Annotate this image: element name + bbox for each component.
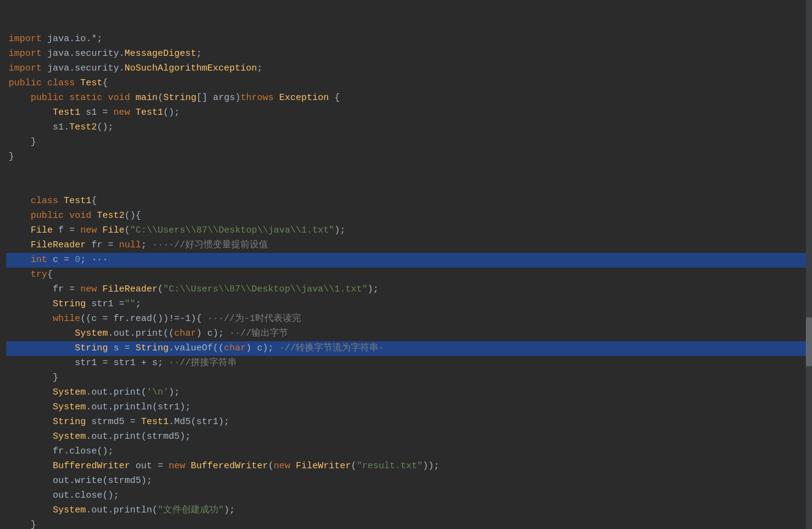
code-line: BufferedWriter out = new BufferedWriter(… bbox=[6, 459, 812, 474]
scrollbar[interactable] bbox=[806, 0, 812, 529]
code-line: public static void main(String[] args)th… bbox=[6, 91, 812, 106]
code-line: String str1 =""; bbox=[6, 297, 812, 312]
code-line: while((c = fr.read())!=-1){ ···//为-1时代表读… bbox=[6, 312, 812, 326]
code-line: } bbox=[6, 518, 812, 529]
code-line: s1.Test2(); bbox=[6, 120, 812, 135]
code-line: import java.io.*; bbox=[6, 32, 812, 47]
code-line: str1 = str1 + s; ··//拼接字符串 bbox=[6, 356, 812, 371]
code-line: String s = String.valueOf((char) c); ·//… bbox=[6, 341, 812, 356]
code-line bbox=[6, 164, 812, 179]
code-line: System.out.println("文件创建成功"); bbox=[6, 503, 812, 518]
code-line: System.out.println(str1); bbox=[6, 400, 812, 415]
code-line: fr.close(); bbox=[6, 444, 812, 459]
code-line: int c = 0; ··· bbox=[6, 253, 812, 268]
code-line: System.out.print((char) c); ··//输出字节 bbox=[6, 326, 812, 341]
code-line: File f = new File("C:\\Users\\87\\Deskto… bbox=[6, 223, 812, 238]
code-line: import java.security.MessageDigest; bbox=[6, 47, 812, 61]
code-line: class Test1{ bbox=[6, 194, 812, 209]
code-line: String strmd5 = Test1.Md5(str1); bbox=[6, 415, 812, 430]
code-line: import java.security.NoSuchAlgorithmExce… bbox=[6, 61, 812, 76]
scrollbar-thumb[interactable] bbox=[806, 317, 812, 366]
code-line: System.out.print('\n'); bbox=[6, 385, 812, 400]
code-line: public class Test{ bbox=[6, 76, 812, 91]
code-line: System.out.print(strmd5); bbox=[6, 430, 812, 444]
code-line: } bbox=[6, 371, 812, 385]
code-line: } bbox=[6, 135, 812, 150]
code-line: out.write(strmd5); bbox=[6, 474, 812, 488]
code-line: FileReader fr = null; ····//好习惯变量提前设值 bbox=[6, 238, 812, 253]
code-line: try{ bbox=[6, 268, 812, 282]
code-line: public void Test2(){ bbox=[6, 209, 812, 223]
code-line: Test1 s1 = new Test1(); bbox=[6, 106, 812, 120]
code-line bbox=[6, 179, 812, 194]
code-line: out.close(); bbox=[6, 488, 812, 503]
code-line: } bbox=[6, 150, 812, 164]
code-line: fr = new FileReader("C:\\Users\\87\\Desk… bbox=[6, 282, 812, 297]
code-editor: import java.io.*;import java.security.Me… bbox=[0, 0, 812, 529]
